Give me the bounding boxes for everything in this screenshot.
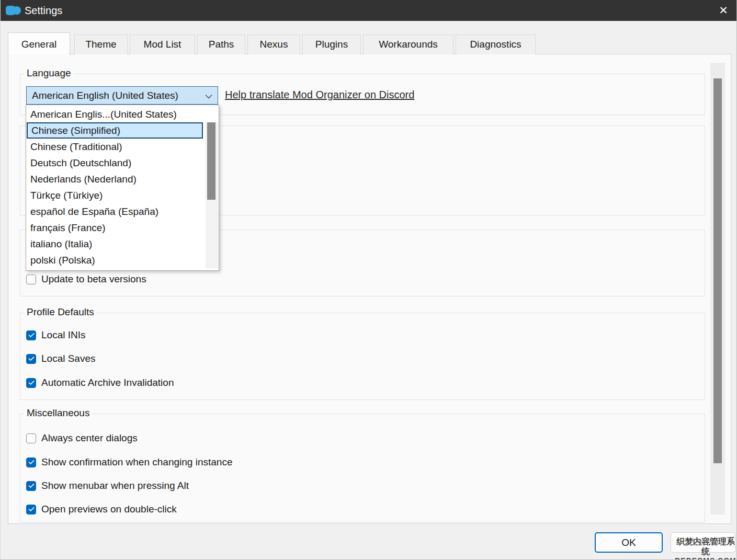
dropdown-scrollbar[interactable] bbox=[206, 122, 218, 268]
tab-mod-list[interactable]: Mod List bbox=[130, 35, 195, 54]
checkbox-unchecked-icon[interactable] bbox=[26, 275, 36, 284]
tab-nexus[interactable]: Nexus bbox=[247, 35, 300, 54]
checkbox-label: Local Saves bbox=[41, 353, 96, 364]
language-option[interactable]: Chinese (Traditional) bbox=[27, 139, 203, 155]
ok-button[interactable]: OK bbox=[595, 532, 663, 553]
watermark-text-cn: 织梦内容管理系统 bbox=[674, 536, 737, 556]
dropdown-scrollbar-thumb[interactable] bbox=[207, 122, 216, 200]
close-icon[interactable]: ✕ bbox=[713, 0, 733, 21]
checkbox-row[interactable]: Show confirmation when changing instance bbox=[26, 456, 232, 468]
tab-general[interactable]: General bbox=[8, 32, 70, 55]
language-option[interactable]: Deutsch (Deutschland) bbox=[27, 155, 203, 171]
checkbox-label: Local INIs bbox=[41, 329, 85, 341]
watermark-text-en: DEDECMS.COM bbox=[674, 556, 737, 560]
mod-organizer-logo-icon bbox=[6, 6, 21, 15]
checkbox-label: Open previews on double-click bbox=[41, 504, 177, 515]
checkbox-row[interactable]: Automatic Archive Invalidation bbox=[26, 377, 174, 388]
checkbox-label: Automatic Archive Invalidation bbox=[41, 377, 174, 388]
language-option[interactable]: American Englis...(United States) bbox=[27, 106, 203, 122]
translate-discord-link[interactable]: Help translate Mod Organizer on Discord bbox=[225, 89, 414, 101]
settings-dialog: Settings ✕ General Theme Mod List Paths … bbox=[0, 0, 737, 560]
checkbox-label: Show confirmation when changing instance bbox=[41, 456, 232, 468]
chevron-down-icon bbox=[205, 90, 212, 101]
tab-theme[interactable]: Theme bbox=[74, 35, 128, 54]
checkbox-label: Show menubar when pressing Alt bbox=[41, 480, 189, 492]
checkbox-row[interactable]: Always center dialogs bbox=[26, 432, 138, 444]
checkbox-row[interactable]: Open previews on double-click bbox=[26, 504, 177, 515]
title-bar[interactable]: Settings ✕ bbox=[1, 0, 736, 21]
language-option[interactable]: français (France) bbox=[27, 220, 203, 236]
checkbox-checked-icon[interactable] bbox=[26, 354, 36, 364]
language-combobox[interactable]: American English (United States) bbox=[26, 86, 218, 105]
checkbox-row[interactable]: Local INIs bbox=[26, 329, 85, 341]
tab-workarounds[interactable]: Workarounds bbox=[363, 35, 453, 54]
language-option[interactable]: italiano (Italia) bbox=[27, 236, 203, 252]
language-combobox-value: American English (United States) bbox=[32, 90, 178, 101]
language-option[interactable]: Türkçe (Türkiye) bbox=[27, 187, 203, 203]
checkbox-checked-icon[interactable] bbox=[26, 378, 36, 388]
language-option[interactable]: español de España (España) bbox=[27, 203, 203, 220]
page-scrollbar[interactable] bbox=[710, 63, 725, 515]
window-title: Settings bbox=[25, 0, 62, 21]
page-scrollbar-thumb[interactable] bbox=[713, 78, 722, 463]
profile-defaults-group-label: Profile Defaults bbox=[24, 306, 97, 318]
tab-diagnostics[interactable]: Diagnostics bbox=[456, 35, 536, 54]
checkbox-checked-icon[interactable] bbox=[26, 481, 36, 491]
checkbox-row[interactable]: Local Saves bbox=[26, 353, 96, 364]
language-option[interactable]: Nederlands (Nederland) bbox=[27, 171, 203, 187]
tab-plugins[interactable]: Plugins bbox=[302, 35, 361, 54]
tab-paths[interactable]: Paths bbox=[197, 35, 245, 54]
language-dropdown-popup: American Englis...(United States) Chines… bbox=[26, 105, 219, 271]
checkbox-unchecked-icon[interactable] bbox=[26, 433, 36, 443]
checkbox-label: Update to beta versions bbox=[41, 273, 146, 285]
checkbox-checked-icon[interactable] bbox=[26, 458, 36, 467]
checkbox-row[interactable]: Update to beta versions bbox=[26, 273, 146, 285]
checkbox-row[interactable]: Show menubar when pressing Alt bbox=[26, 480, 189, 492]
miscellaneous-group-label: Miscellaneous bbox=[24, 407, 92, 419]
language-option-highlighted[interactable]: Chinese (Simplified) bbox=[27, 122, 203, 139]
language-group-label: Language bbox=[24, 67, 74, 79]
checkbox-checked-icon[interactable] bbox=[26, 330, 36, 340]
watermark: 织梦内容管理系统 DEDECMS.COM bbox=[674, 536, 737, 560]
checkbox-label: Always center dialogs bbox=[41, 432, 138, 444]
checkbox-checked-icon[interactable] bbox=[26, 505, 36, 515]
language-option[interactable]: polski (Polska) bbox=[27, 252, 203, 268]
